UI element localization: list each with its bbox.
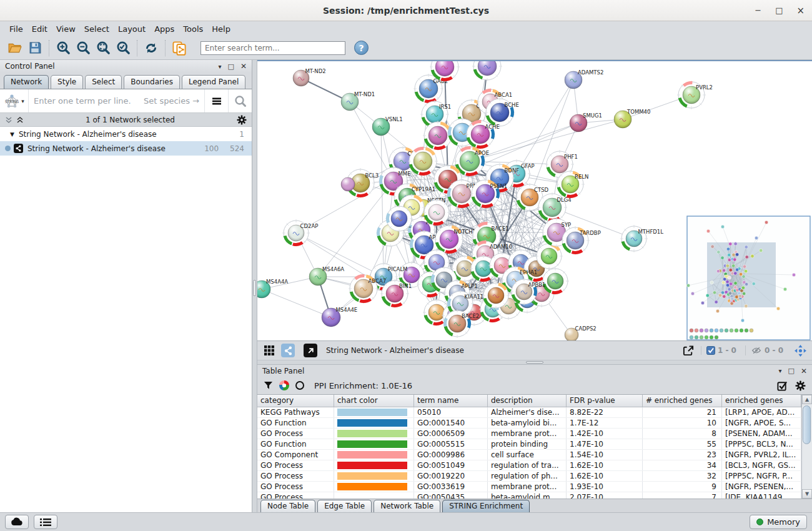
network-node[interactable]	[542, 267, 569, 295]
enrichment-row[interactable]: GO ProcessGO:0006509membrane prot...1.42…	[257, 429, 801, 439]
network-node[interactable]: TARDBP	[561, 226, 601, 255]
scrollbar-thumb[interactable]	[803, 405, 811, 444]
tab-string-enrichment[interactable]: STRING Enrichment	[442, 500, 530, 512]
network-canvas[interactable]: MT-ND2MT-ND1VSNL1GAB2ADAMTS2PVRL2TOMM40S…	[257, 60, 812, 340]
network-from-selection-button[interactable]	[169, 39, 189, 57]
collapse-all-icon[interactable]	[5, 116, 12, 124]
network-edge[interactable]	[262, 289, 331, 317]
menu-view[interactable]: View	[52, 22, 80, 36]
float-panel-icon[interactable]: □	[788, 367, 795, 375]
string-query-input[interactable]: Enter one term per line. Set species →	[29, 89, 204, 112]
open-session-button[interactable]	[5, 39, 25, 57]
detach-view-button[interactable]	[304, 344, 317, 357]
network-node[interactable]: SMUG1	[570, 112, 602, 132]
network-node[interactable]: MS4A4E	[322, 307, 357, 327]
network-node[interactable]	[408, 146, 438, 176]
tab-node-table[interactable]: Node Table	[260, 500, 315, 512]
network-node[interactable]: PVRL2	[677, 81, 713, 109]
tab-network-table[interactable]: Network Table	[374, 500, 440, 512]
close-panel-icon[interactable]: ✕	[801, 367, 807, 375]
column-header[interactable]: term name	[414, 395, 488, 407]
zoom-selected-button[interactable]	[113, 39, 133, 57]
cloud-tasks-button[interactable]	[5, 515, 29, 529]
splitter-handle[interactable]	[526, 361, 543, 364]
filter-funnel-icon[interactable]	[264, 381, 273, 390]
network-node[interactable]: ADAMTS2	[565, 69, 603, 89]
string-options-button[interactable]	[204, 89, 228, 112]
network-node[interactable]: MTHFD1L	[620, 225, 663, 252]
network-node[interactable]: MS4A4A	[257, 279, 288, 298]
column-header[interactable]: chart color	[334, 395, 414, 407]
string-search-button[interactable]	[228, 89, 252, 112]
expand-all-icon[interactable]	[16, 116, 24, 124]
zoom-fit-button[interactable]	[93, 39, 113, 57]
panel-menu-caret-icon[interactable]: ▾	[219, 63, 222, 70]
menu-select[interactable]: Select	[80, 22, 114, 36]
network-node[interactable]: VSNL1	[372, 116, 403, 136]
close-panel-icon[interactable]: ✕	[240, 62, 247, 71]
enrichment-row[interactable]: GO ProcessGO:0051049regulation of tra...…	[257, 460, 801, 471]
column-header[interactable]: description	[488, 395, 567, 407]
column-header[interactable]: category	[257, 395, 334, 407]
splitter-handle[interactable]	[253, 280, 256, 296]
reset-charts-icon[interactable]	[295, 381, 304, 390]
column-header[interactable]: enriched genes	[722, 395, 801, 407]
network-node[interactable]: CADPS2	[565, 325, 597, 340]
enrichment-row[interactable]: KEGG Pathways05010Alzheimer's dise...8.8…	[257, 407, 801, 418]
scroll-up-arrow[interactable]: ▲	[802, 395, 812, 404]
zoom-in-button[interactable]	[53, 39, 73, 57]
memory-button[interactable]: Memory	[750, 515, 807, 529]
column-header[interactable]: FDR p-value	[567, 395, 643, 407]
network-node[interactable]	[423, 199, 450, 226]
tab-network[interactable]: Network	[4, 75, 49, 89]
select-rows-checkbox-icon[interactable]	[777, 380, 788, 391]
horizontal-splitter[interactable]	[257, 360, 812, 365]
tab-edge-table[interactable]: Edge Table	[317, 500, 372, 512]
network-node[interactable]: MT-ND2	[293, 68, 326, 86]
network-node[interactable]	[535, 242, 563, 270]
network-node[interactable]	[341, 177, 355, 191]
enrichment-row[interactable]: GO ProcessGO:0033619membrane prot...1.93…	[257, 482, 801, 492]
table-vertical-scrollbar[interactable]: ▲ ▼	[801, 395, 812, 499]
network-node[interactable]: MS4A6A	[309, 266, 344, 285]
enrichment-row[interactable]: GO ProcessGO:0050435beta-amyloid m...2.0…	[257, 492, 801, 499]
tab-legend-panel[interactable]: Legend Panel	[182, 75, 245, 89]
vertical-splitter[interactable]	[252, 60, 257, 512]
network-row-selected[interactable]: String Network - Alzheimer's disease 100…	[0, 141, 252, 156]
network-node[interactable]	[385, 205, 413, 232]
enrichment-row[interactable]: GO ProcessGO:0019220regulation of ph...1…	[257, 471, 801, 482]
float-panel-icon[interactable]: □	[228, 62, 234, 71]
network-node[interactable]	[472, 61, 502, 81]
birds-eye-overview[interactable]	[686, 216, 810, 340]
scroll-down-arrow[interactable]: ▼	[802, 489, 812, 499]
menu-help[interactable]: Help	[207, 22, 235, 36]
network-node[interactable]: MT-ND1	[341, 91, 375, 111]
zoom-out-button[interactable]	[73, 39, 93, 57]
column-header[interactable]: # enriched genes	[643, 395, 722, 407]
menu-layout[interactable]: Layout	[114, 22, 150, 36]
menu-file[interactable]: File	[5, 22, 27, 36]
view-share-button[interactable]	[281, 344, 295, 357]
export-view-button[interactable]	[681, 343, 697, 358]
view-grid-button[interactable]	[261, 343, 277, 358]
panel-menu-caret-icon[interactable]: ▾	[779, 367, 782, 374]
tab-boundaries[interactable]: Boundaries	[124, 75, 180, 89]
tree-expand-icon[interactable]: ▼	[10, 131, 14, 137]
gear-icon[interactable]	[237, 115, 247, 125]
maximize-button[interactable]: □	[775, 6, 783, 15]
enrichment-row[interactable]: GO FunctionGO:0005515protein binding1.47…	[257, 439, 801, 450]
menu-apps[interactable]: Apps	[150, 22, 179, 36]
task-history-button[interactable]	[34, 515, 57, 529]
save-session-button[interactable]	[25, 39, 45, 57]
help-button[interactable]: ?	[354, 41, 369, 55]
network-node[interactable]: CD2AP	[282, 219, 318, 247]
tab-style[interactable]: Style	[51, 75, 83, 89]
navigator-button[interactable]	[792, 343, 808, 358]
minimize-button[interactable]: −	[755, 6, 761, 15]
search-input[interactable]	[201, 41, 345, 55]
network-node[interactable]: TOMM40	[614, 109, 650, 128]
network-node[interactable]	[482, 282, 510, 309]
draw-charts-icon[interactable]	[279, 380, 289, 390]
network-edge[interactable]	[381, 127, 384, 277]
close-button[interactable]: ×	[796, 5, 805, 16]
